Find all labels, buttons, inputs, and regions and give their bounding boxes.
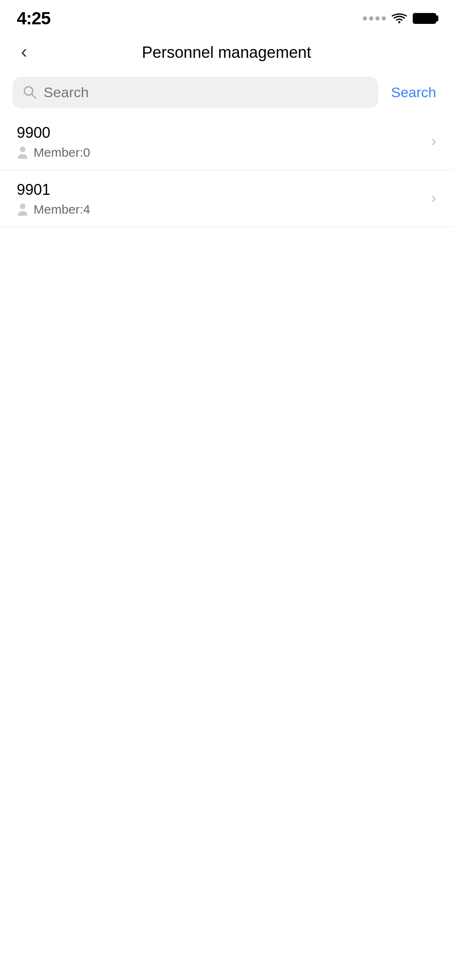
person-icon <box>17 145 29 160</box>
back-button[interactable]: ‹ <box>17 40 31 65</box>
status-icons <box>363 13 436 24</box>
item-member-label: Member:0 <box>34 145 90 160</box>
svg-point-3 <box>20 147 25 152</box>
list-container: 9900 Member:0 › 9901 Member:4 › <box>0 113 453 227</box>
search-input[interactable] <box>44 84 368 101</box>
svg-line-2 <box>31 94 36 98</box>
item-content: 9900 Member:0 <box>17 123 431 160</box>
list-item[interactable]: 9901 Member:4 › <box>0 170 453 227</box>
search-button[interactable]: Search <box>387 80 440 105</box>
search-area: Search <box>0 71 453 113</box>
item-id: 9900 <box>17 123 431 143</box>
item-id: 9901 <box>17 180 431 200</box>
item-member-row: Member:0 <box>17 145 431 160</box>
svg-point-0 <box>398 21 401 23</box>
status-bar: 4:25 <box>0 0 453 34</box>
person-icon <box>17 202 29 217</box>
svg-point-4 <box>20 203 25 209</box>
status-time: 4:25 <box>17 8 50 28</box>
back-chevron-icon: ‹ <box>21 42 27 61</box>
chevron-right-icon: › <box>431 132 436 150</box>
signal-dots-icon <box>363 16 386 21</box>
item-content: 9901 Member:4 <box>17 180 431 217</box>
search-input-wrapper[interactable] <box>13 77 378 108</box>
search-icon <box>23 85 37 99</box>
battery-icon <box>413 13 436 24</box>
item-member-label: Member:4 <box>34 202 90 217</box>
chevron-right-icon: › <box>431 189 436 207</box>
nav-header: ‹ Personnel management <box>0 34 453 71</box>
list-item[interactable]: 9900 Member:0 › <box>0 113 453 170</box>
page-title: Personnel management <box>142 44 311 62</box>
wifi-icon <box>392 13 407 24</box>
item-member-row: Member:4 <box>17 202 431 217</box>
